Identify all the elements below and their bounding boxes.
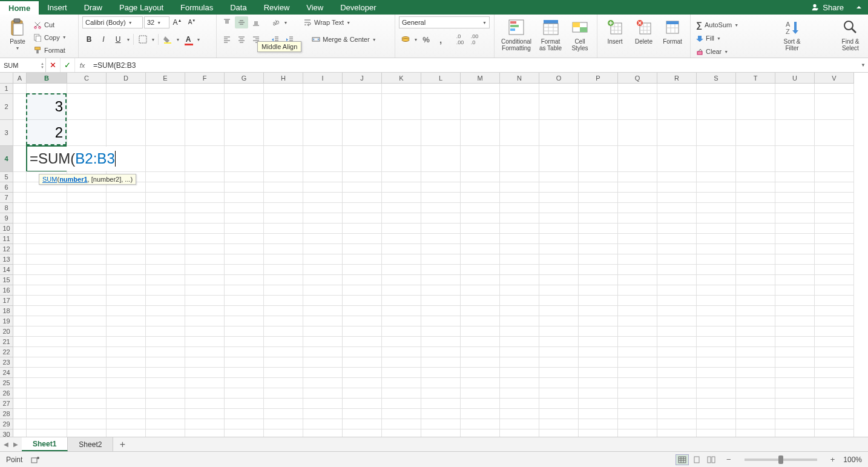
column-header[interactable]: T xyxy=(736,73,775,84)
share-button[interactable]: Share xyxy=(804,0,850,15)
format-painter-button[interactable]: Format xyxy=(31,45,68,56)
row-header[interactable]: 23 xyxy=(0,357,13,368)
column-header[interactable]: P xyxy=(579,73,618,84)
borders-dropdown[interactable]: ▼ xyxy=(151,38,156,42)
row-header[interactable]: 14 xyxy=(0,265,13,275)
column-header[interactable]: D xyxy=(107,73,146,84)
fill-color-dropdown[interactable]: ▼ xyxy=(176,38,180,42)
zoom-in-button[interactable]: + xyxy=(830,455,835,464)
row-header[interactable]: 20 xyxy=(0,326,13,337)
row-header[interactable]: 27 xyxy=(0,399,13,409)
cells-container[interactable]: 32=SUM(B2:B3SUM(number1, [number2], ...) xyxy=(13,84,868,437)
column-header[interactable]: Q xyxy=(618,73,657,84)
ribbon-tab-draw[interactable]: Draw xyxy=(76,0,111,15)
column-header[interactable]: C xyxy=(67,73,107,84)
formula-cancel-button[interactable]: ✕ xyxy=(46,58,61,72)
column-header[interactable]: J xyxy=(343,73,382,84)
decrease-decimal-button[interactable]: .00.0 xyxy=(468,33,481,45)
fill-button[interactable]: Fill▼ xyxy=(694,32,748,44)
formula-input[interactable]: =SUM(B2:B3 xyxy=(90,58,858,72)
editing-cell[interactable]: =SUM(B2:B3 xyxy=(27,147,118,171)
view-page-layout-button[interactable] xyxy=(690,454,703,465)
formula-bar-expand-button[interactable]: ▼ xyxy=(858,58,868,72)
row-header[interactable]: 9 xyxy=(0,213,13,224)
column-header[interactable]: A xyxy=(13,73,27,84)
ribbon-tab-home[interactable]: Home xyxy=(0,0,39,15)
format-cells-button[interactable]: Format xyxy=(659,16,686,55)
column-header[interactable]: V xyxy=(815,73,854,84)
collapse-ribbon-button[interactable] xyxy=(850,0,868,15)
underline-dropdown[interactable]: ▼ xyxy=(126,38,131,42)
row-header[interactable]: 13 xyxy=(0,254,13,265)
increase-decimal-button[interactable]: .0.00 xyxy=(453,33,467,45)
row-header[interactable]: 4 xyxy=(0,146,13,172)
orientation-button[interactable]: ab xyxy=(269,16,282,28)
font-size-combo[interactable]: 32▼ xyxy=(144,16,169,28)
row-header[interactable]: 15 xyxy=(0,275,13,285)
sheet-tab[interactable]: Sheet2 xyxy=(68,437,113,451)
find-select-button[interactable]: Find & Select xyxy=(837,16,864,55)
column-header[interactable]: L xyxy=(421,73,461,84)
underline-button[interactable]: U xyxy=(111,33,125,45)
row-header[interactable]: 12 xyxy=(0,244,13,254)
bold-button[interactable]: B xyxy=(82,33,96,45)
column-header[interactable]: N xyxy=(500,73,539,84)
formula-accept-button[interactable]: ✓ xyxy=(61,58,75,72)
merge-center-button[interactable]: Merge & Center ▼ xyxy=(310,33,378,45)
spreadsheet-grid[interactable]: ABCDEFGHIJKLMNOPQRSTUV 12345678910111213… xyxy=(0,73,868,437)
wrap-text-button[interactable]: Wrap Text ▼ xyxy=(301,16,352,28)
ribbon-tab-formulas[interactable]: Formulas xyxy=(172,0,222,15)
view-page-break-button[interactable] xyxy=(705,454,718,465)
align-left-button[interactable] xyxy=(220,33,234,45)
align-top-button[interactable] xyxy=(220,16,234,28)
zoom-slider-thumb[interactable] xyxy=(778,455,783,464)
column-header[interactable]: O xyxy=(539,73,579,84)
row-header[interactable]: 2 xyxy=(0,94,13,120)
row-header[interactable]: 22 xyxy=(0,347,13,357)
format-as-table-button[interactable]: Format as Table xyxy=(535,16,567,55)
row-header[interactable]: 30 xyxy=(0,429,13,437)
row-header[interactable]: 3 xyxy=(0,120,13,146)
column-header[interactable]: K xyxy=(382,73,421,84)
row-header[interactable]: 10 xyxy=(0,224,13,234)
column-header[interactable]: G xyxy=(225,73,264,84)
cut-button[interactable]: Cut xyxy=(31,19,68,30)
autosum-button[interactable]: ∑AutoSum▼ xyxy=(694,19,748,31)
sheet-tab[interactable]: Sheet1 xyxy=(22,437,68,451)
insert-cells-button[interactable]: Insert xyxy=(601,16,629,55)
row-header[interactable]: 21 xyxy=(0,337,13,347)
ribbon-tab-insert[interactable]: Insert xyxy=(39,0,76,15)
align-bottom-button[interactable] xyxy=(249,16,263,28)
row-header[interactable]: 6 xyxy=(0,182,13,193)
borders-button[interactable] xyxy=(136,33,150,45)
column-header[interactable]: E xyxy=(146,73,185,84)
column-header[interactable]: U xyxy=(775,73,815,84)
zoom-slider[interactable] xyxy=(745,459,817,461)
macro-record-icon[interactable] xyxy=(31,455,39,464)
cell-styles-button[interactable]: Cell Styles xyxy=(567,16,593,55)
row-header[interactable]: 25 xyxy=(0,378,13,388)
currency-button[interactable] xyxy=(399,33,412,45)
paste-button[interactable]: Paste ▼ xyxy=(4,16,31,55)
name-box-stepper[interactable]: ▲▼ xyxy=(41,62,44,69)
column-header[interactable]: F xyxy=(185,73,225,84)
ribbon-tab-data[interactable]: Data xyxy=(222,0,255,15)
italic-button[interactable]: I xyxy=(97,33,110,45)
currency-dropdown[interactable]: ▼ xyxy=(413,38,418,42)
comma-button[interactable]: , xyxy=(434,33,447,45)
number-format-combo[interactable]: General▼ xyxy=(399,16,490,28)
column-header[interactable]: B xyxy=(27,73,67,84)
row-header[interactable]: 17 xyxy=(0,296,13,306)
percent-button[interactable]: % xyxy=(419,33,433,45)
fill-color-button[interactable] xyxy=(161,33,174,45)
align-middle-button[interactable] xyxy=(235,16,248,28)
row-header[interactable]: 19 xyxy=(0,316,13,326)
row-header[interactable]: 26 xyxy=(0,388,13,399)
column-header[interactable]: R xyxy=(657,73,697,84)
row-header[interactable]: 7 xyxy=(0,193,13,203)
row-header[interactable]: 1 xyxy=(0,84,13,94)
column-header[interactable]: I xyxy=(303,73,343,84)
row-header[interactable]: 11 xyxy=(0,234,13,244)
ribbon-tab-view[interactable]: View xyxy=(298,0,332,15)
ribbon-tab-review[interactable]: Review xyxy=(255,0,298,15)
